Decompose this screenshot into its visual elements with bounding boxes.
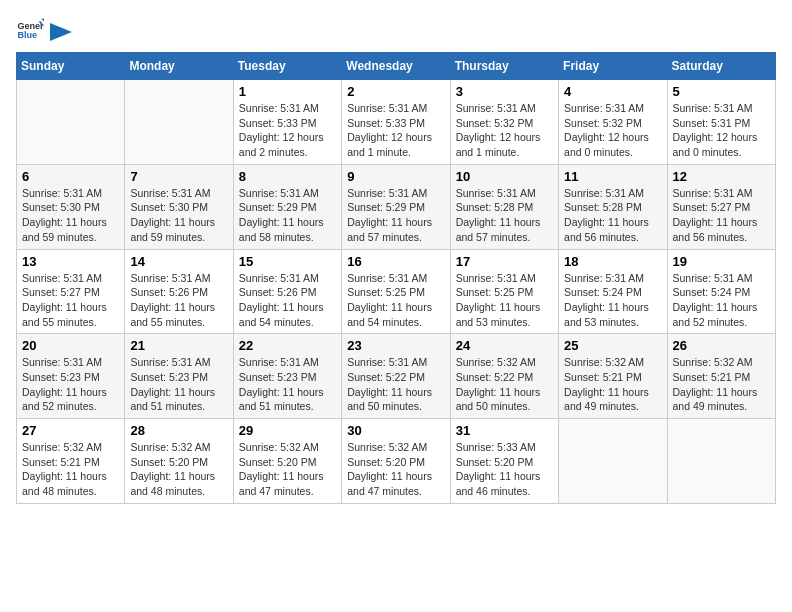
- header-day-sunday: Sunday: [17, 53, 125, 80]
- calendar-week-row: 27Sunrise: 5:32 AM Sunset: 5:21 PM Dayli…: [17, 419, 776, 504]
- day-number: 22: [239, 338, 336, 353]
- calendar-cell: [667, 419, 775, 504]
- calendar-cell: 31Sunrise: 5:33 AM Sunset: 5:20 PM Dayli…: [450, 419, 558, 504]
- day-number: 20: [22, 338, 119, 353]
- day-info: Sunrise: 5:31 AM Sunset: 5:33 PM Dayligh…: [239, 101, 336, 160]
- calendar-cell: [17, 80, 125, 165]
- day-info: Sunrise: 5:31 AM Sunset: 5:29 PM Dayligh…: [239, 186, 336, 245]
- header-day-friday: Friday: [559, 53, 667, 80]
- calendar-cell: 22Sunrise: 5:31 AM Sunset: 5:23 PM Dayli…: [233, 334, 341, 419]
- header-day-saturday: Saturday: [667, 53, 775, 80]
- day-number: 18: [564, 254, 661, 269]
- calendar-cell: 6Sunrise: 5:31 AM Sunset: 5:30 PM Daylig…: [17, 164, 125, 249]
- calendar-week-row: 13Sunrise: 5:31 AM Sunset: 5:27 PM Dayli…: [17, 249, 776, 334]
- day-number: 7: [130, 169, 227, 184]
- day-number: 13: [22, 254, 119, 269]
- calendar-week-row: 6Sunrise: 5:31 AM Sunset: 5:30 PM Daylig…: [17, 164, 776, 249]
- calendar-cell: 2Sunrise: 5:31 AM Sunset: 5:33 PM Daylig…: [342, 80, 450, 165]
- calendar-cell: 9Sunrise: 5:31 AM Sunset: 5:29 PM Daylig…: [342, 164, 450, 249]
- calendar-cell: 14Sunrise: 5:31 AM Sunset: 5:26 PM Dayli…: [125, 249, 233, 334]
- day-info: Sunrise: 5:31 AM Sunset: 5:27 PM Dayligh…: [22, 271, 119, 330]
- calendar-cell: 21Sunrise: 5:31 AM Sunset: 5:23 PM Dayli…: [125, 334, 233, 419]
- calendar-cell: 15Sunrise: 5:31 AM Sunset: 5:26 PM Dayli…: [233, 249, 341, 334]
- day-info: Sunrise: 5:31 AM Sunset: 5:33 PM Dayligh…: [347, 101, 444, 160]
- day-info: Sunrise: 5:31 AM Sunset: 5:28 PM Dayligh…: [456, 186, 553, 245]
- calendar-cell: 16Sunrise: 5:31 AM Sunset: 5:25 PM Dayli…: [342, 249, 450, 334]
- day-info: Sunrise: 5:31 AM Sunset: 5:23 PM Dayligh…: [239, 355, 336, 414]
- day-number: 5: [673, 84, 770, 99]
- day-info: Sunrise: 5:31 AM Sunset: 5:31 PM Dayligh…: [673, 101, 770, 160]
- calendar-cell: 17Sunrise: 5:31 AM Sunset: 5:25 PM Dayli…: [450, 249, 558, 334]
- day-number: 25: [564, 338, 661, 353]
- logo-icon: General Blue: [16, 16, 44, 44]
- calendar-cell: 27Sunrise: 5:32 AM Sunset: 5:21 PM Dayli…: [17, 419, 125, 504]
- calendar-cell: 23Sunrise: 5:31 AM Sunset: 5:22 PM Dayli…: [342, 334, 450, 419]
- day-info: Sunrise: 5:31 AM Sunset: 5:30 PM Dayligh…: [130, 186, 227, 245]
- day-number: 8: [239, 169, 336, 184]
- day-info: Sunrise: 5:31 AM Sunset: 5:32 PM Dayligh…: [564, 101, 661, 160]
- calendar-cell: 11Sunrise: 5:31 AM Sunset: 5:28 PM Dayli…: [559, 164, 667, 249]
- page-header: General Blue: [16, 16, 776, 44]
- svg-text:Blue: Blue: [17, 30, 37, 40]
- calendar-cell: 5Sunrise: 5:31 AM Sunset: 5:31 PM Daylig…: [667, 80, 775, 165]
- day-info: Sunrise: 5:31 AM Sunset: 5:22 PM Dayligh…: [347, 355, 444, 414]
- calendar-week-row: 1Sunrise: 5:31 AM Sunset: 5:33 PM Daylig…: [17, 80, 776, 165]
- day-number: 1: [239, 84, 336, 99]
- day-number: 31: [456, 423, 553, 438]
- calendar-cell: 13Sunrise: 5:31 AM Sunset: 5:27 PM Dayli…: [17, 249, 125, 334]
- day-number: 10: [456, 169, 553, 184]
- calendar-cell: 4Sunrise: 5:31 AM Sunset: 5:32 PM Daylig…: [559, 80, 667, 165]
- day-info: Sunrise: 5:31 AM Sunset: 5:26 PM Dayligh…: [130, 271, 227, 330]
- calendar-cell: 26Sunrise: 5:32 AM Sunset: 5:21 PM Dayli…: [667, 334, 775, 419]
- header-day-wednesday: Wednesday: [342, 53, 450, 80]
- calendar-cell: 8Sunrise: 5:31 AM Sunset: 5:29 PM Daylig…: [233, 164, 341, 249]
- calendar-cell: 28Sunrise: 5:32 AM Sunset: 5:20 PM Dayli…: [125, 419, 233, 504]
- calendar-header-row: SundayMondayTuesdayWednesdayThursdayFrid…: [17, 53, 776, 80]
- day-info: Sunrise: 5:31 AM Sunset: 5:24 PM Dayligh…: [673, 271, 770, 330]
- day-number: 26: [673, 338, 770, 353]
- day-info: Sunrise: 5:32 AM Sunset: 5:20 PM Dayligh…: [347, 440, 444, 499]
- day-number: 17: [456, 254, 553, 269]
- day-info: Sunrise: 5:31 AM Sunset: 5:27 PM Dayligh…: [673, 186, 770, 245]
- day-number: 16: [347, 254, 444, 269]
- calendar-cell: 12Sunrise: 5:31 AM Sunset: 5:27 PM Dayli…: [667, 164, 775, 249]
- day-number: 9: [347, 169, 444, 184]
- day-number: 12: [673, 169, 770, 184]
- day-info: Sunrise: 5:31 AM Sunset: 5:25 PM Dayligh…: [456, 271, 553, 330]
- day-number: 19: [673, 254, 770, 269]
- day-info: Sunrise: 5:31 AM Sunset: 5:23 PM Dayligh…: [22, 355, 119, 414]
- header-day-tuesday: Tuesday: [233, 53, 341, 80]
- calendar-cell: 1Sunrise: 5:31 AM Sunset: 5:33 PM Daylig…: [233, 80, 341, 165]
- day-info: Sunrise: 5:32 AM Sunset: 5:20 PM Dayligh…: [130, 440, 227, 499]
- calendar-table: SundayMondayTuesdayWednesdayThursdayFrid…: [16, 52, 776, 504]
- calendar-cell: 7Sunrise: 5:31 AM Sunset: 5:30 PM Daylig…: [125, 164, 233, 249]
- calendar-cell: [559, 419, 667, 504]
- logo-arrow-icon: [50, 23, 72, 41]
- calendar-week-row: 20Sunrise: 5:31 AM Sunset: 5:23 PM Dayli…: [17, 334, 776, 419]
- calendar-cell: 19Sunrise: 5:31 AM Sunset: 5:24 PM Dayli…: [667, 249, 775, 334]
- day-number: 24: [456, 338, 553, 353]
- day-info: Sunrise: 5:31 AM Sunset: 5:23 PM Dayligh…: [130, 355, 227, 414]
- calendar-cell: 29Sunrise: 5:32 AM Sunset: 5:20 PM Dayli…: [233, 419, 341, 504]
- day-number: 2: [347, 84, 444, 99]
- calendar-cell: 24Sunrise: 5:32 AM Sunset: 5:22 PM Dayli…: [450, 334, 558, 419]
- day-number: 3: [456, 84, 553, 99]
- day-number: 14: [130, 254, 227, 269]
- day-info: Sunrise: 5:31 AM Sunset: 5:30 PM Dayligh…: [22, 186, 119, 245]
- day-info: Sunrise: 5:31 AM Sunset: 5:29 PM Dayligh…: [347, 186, 444, 245]
- day-info: Sunrise: 5:32 AM Sunset: 5:21 PM Dayligh…: [673, 355, 770, 414]
- day-info: Sunrise: 5:33 AM Sunset: 5:20 PM Dayligh…: [456, 440, 553, 499]
- day-number: 6: [22, 169, 119, 184]
- day-number: 21: [130, 338, 227, 353]
- day-info: Sunrise: 5:31 AM Sunset: 5:25 PM Dayligh…: [347, 271, 444, 330]
- calendar-cell: 25Sunrise: 5:32 AM Sunset: 5:21 PM Dayli…: [559, 334, 667, 419]
- logo: General Blue: [16, 16, 72, 44]
- header-day-monday: Monday: [125, 53, 233, 80]
- calendar-cell: 20Sunrise: 5:31 AM Sunset: 5:23 PM Dayli…: [17, 334, 125, 419]
- day-number: 27: [22, 423, 119, 438]
- day-number: 28: [130, 423, 227, 438]
- day-info: Sunrise: 5:32 AM Sunset: 5:21 PM Dayligh…: [564, 355, 661, 414]
- day-info: Sunrise: 5:32 AM Sunset: 5:21 PM Dayligh…: [22, 440, 119, 499]
- day-info: Sunrise: 5:31 AM Sunset: 5:24 PM Dayligh…: [564, 271, 661, 330]
- calendar-cell: 30Sunrise: 5:32 AM Sunset: 5:20 PM Dayli…: [342, 419, 450, 504]
